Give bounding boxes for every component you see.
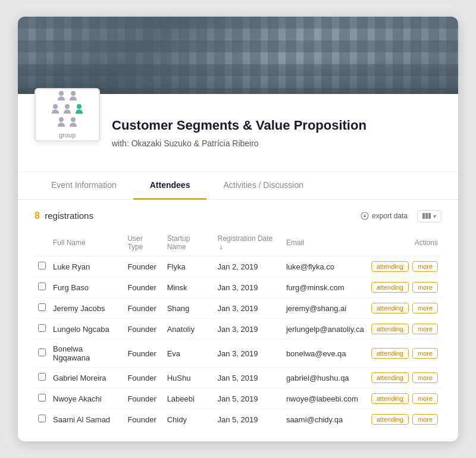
person-icon [68,91,78,103]
person-body [58,96,65,101]
sort-arrow: ↓ [220,243,223,251]
cell-date: Jan 3, 2019 [214,319,283,340]
cell-type: Founder [124,409,163,430]
cell-date: Jan 3, 2019 [214,298,283,319]
person-body [52,109,59,114]
person-head [53,104,58,109]
export-label: export data [372,212,408,220]
status-badge: attending [371,348,409,359]
cell-name: Gabriel Moreira [49,368,124,388]
person-head [71,91,76,96]
more-button[interactable]: more [412,324,438,334]
more-button[interactable]: more [412,282,438,293]
event-info-text: Customer Segments & Value Proposition wi… [112,117,441,149]
cell-type: Founder [124,298,163,319]
cell-type: Founder [124,277,163,298]
cell-email: jerlungelp@anatoliy.ca [283,319,368,340]
actions-cell: attending more [371,393,438,404]
chevron-down-icon: ▾ [433,213,436,219]
status-badge: attending [371,282,409,293]
row-checkbox[interactable] [38,349,46,356]
cell-actions: attending more [368,298,441,319]
table-row: Furg Baso Founder Minsk Jan 3, 2019 furg… [35,277,441,298]
table-body: Luke Ryan Founder Flyka Jan 2, 2019 luke… [35,256,441,430]
row-checkbox-cell [35,340,49,368]
cell-actions: attending more [368,319,441,340]
row-checkbox-cell [35,298,49,319]
row-checkbox-cell [35,256,49,277]
row-checkbox[interactable] [38,283,46,290]
more-button[interactable]: more [412,393,438,404]
row-checkbox[interactable] [38,394,46,401]
col-email: Email [283,231,368,256]
col-startup-name: Startup Name [164,231,214,256]
more-button[interactable]: more [412,414,438,425]
table-row: Gabriel Moreira Founder HuShu Jan 5, 201… [35,368,441,388]
columns-button[interactable]: ▾ [417,210,441,222]
person-body-teal [76,109,83,114]
actions-cell: attending more [371,324,438,334]
cell-startup: Eva [164,340,214,368]
cell-type: Founder [124,340,163,368]
person-head [59,117,64,122]
table-header-row: Full Name User Type Startup Name Registr… [35,231,441,256]
tab-activities-discussion[interactable]: Activities / Discussion [206,172,320,200]
more-button[interactable]: more [412,303,438,313]
cell-name: Nwoye Akachi [49,388,124,409]
status-badge: attending [371,414,409,425]
cell-actions: attending more [368,277,441,298]
actions-cell: attending more [371,282,438,293]
table-row: Saami Al Samad Founder Chidy Jan 5, 2019… [35,409,441,430]
person-icon [68,117,78,129]
cell-actions: attending more [368,388,441,409]
main-card: group Customer Segments & Value Proposit… [18,17,458,441]
export-button[interactable]: export data [356,209,412,222]
table-row: Lungelo Ngcaba Founder Anatoliy Jan 3, 2… [35,319,441,340]
event-title: Customer Segments & Value Proposition [112,117,441,134]
registrations-bar: 8 registrations export data [35,209,441,222]
cell-startup: Anatoliy [164,319,214,340]
row-checkbox[interactable] [38,373,46,381]
col-registration-date: Registration Date ↓ [214,231,283,256]
status-badge: attending [371,393,409,404]
cell-startup: HuShu [164,368,214,388]
cell-email: furg@minsk.com [283,277,368,298]
cell-email: jeremy@shang.ai [283,298,368,319]
row-checkbox[interactable] [38,303,46,311]
cell-actions: attending more [368,256,441,277]
cell-actions: attending more [368,409,441,430]
more-button[interactable]: more [412,372,438,383]
row-checkbox[interactable] [38,324,46,332]
status-badge: attending [371,303,409,313]
columns-icon [422,213,431,219]
more-button[interactable]: more [412,348,438,359]
status-badge: attending [371,324,409,334]
cell-email: saami@chidy.qa [283,409,368,430]
row-checkbox[interactable] [38,415,46,422]
tab-event-information[interactable]: Event Information [35,172,133,200]
toolbar-right: export data ▾ [356,209,441,222]
cell-startup: Chidy [164,409,214,430]
group-icon-area [51,91,84,129]
more-button[interactable]: more [412,261,438,272]
person-icon-teal [74,104,84,116]
row-checkbox[interactable] [38,262,46,269]
cell-email: gabriel@hushu.qa [283,368,368,388]
cell-actions: attending more [368,368,441,388]
tab-attendees[interactable]: Attendees [133,172,207,200]
table-row: Jeremy Jacobs Founder Shang Jan 3, 2019 … [35,298,441,319]
icon-row-bottom [57,117,78,129]
tabs-bar: Event Information Attendees Activities /… [18,172,458,200]
row-checkbox-cell [35,388,49,409]
cell-name: Jeremy Jacobs [49,298,124,319]
status-badge: attending [371,261,409,272]
hero-image [18,17,458,94]
cell-name: Bonelwa Ngqawana [49,340,124,368]
cell-date: Jan 5, 2019 [214,388,283,409]
cell-startup: Minsk [164,277,214,298]
event-icon: group [35,88,100,142]
person-head [71,117,76,122]
event-subtitle: with: Okazaki Suzuko & Patrícia Ribeiro [112,139,441,148]
cell-name: Saami Al Samad [49,409,124,430]
person-head-teal [77,104,82,109]
